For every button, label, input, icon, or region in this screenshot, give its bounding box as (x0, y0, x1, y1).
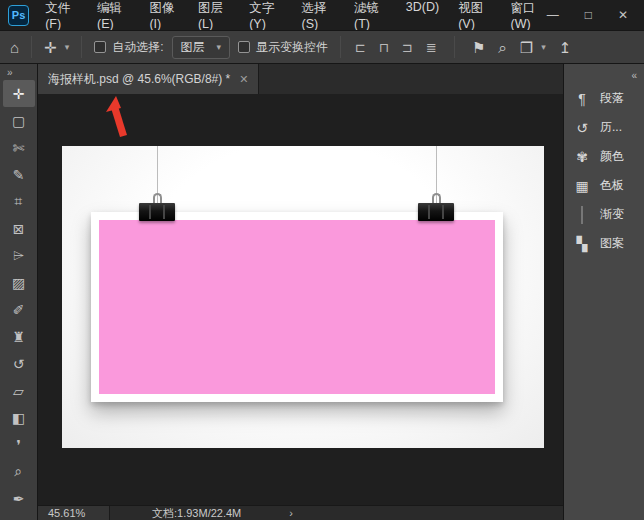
clip-loop (432, 193, 441, 203)
align-left-icon[interactable]: ⊏ (355, 40, 366, 55)
arrange-documents[interactable]: ❒ ▾ (520, 40, 546, 55)
clip-loop (153, 193, 162, 203)
brush-tool[interactable]: ✐ (3, 296, 35, 323)
menu-image[interactable]: 图像(I) (149, 0, 179, 31)
binder-clip-left (139, 193, 175, 221)
clip-body (418, 203, 454, 221)
align-center-icon[interactable]: ⊓ (379, 40, 389, 55)
menu-select[interactable]: 选择(S) (302, 0, 335, 31)
auto-select-option[interactable]: 自动选择: (94, 39, 163, 56)
close-icon[interactable]: ✕ (618, 9, 628, 21)
menu-filter[interactable]: 滤镜(T) (354, 0, 387, 31)
rectangular-marquee-tool[interactable]: ▢ (3, 107, 35, 134)
distribute-icon[interactable]: ≣ (426, 40, 437, 55)
clip-body (139, 203, 175, 221)
photoshop-window: Ps 文件(F) 编辑(E) 图像(I) 图层(L) 文字(Y) 选择(S) 滤… (0, 0, 644, 520)
blur-tool[interactable]: ❜ (3, 431, 35, 458)
share-icon[interactable]: ↥ (559, 40, 572, 55)
brush-icon: ✐ (13, 302, 25, 318)
separator (81, 36, 82, 58)
eyedropper-tool[interactable]: ⌲ (3, 242, 35, 269)
lasso-icon: ✄ (13, 140, 25, 156)
minimize-icon[interactable]: — (547, 9, 559, 21)
options-bar-right: ⊏ ⊓ ⊐ ≣ ⚑ ⌕ ❒ ▾ ↥ (355, 36, 571, 58)
menu-layer[interactable]: 图层(L) (198, 0, 230, 31)
eraser-icon: ▱ (13, 383, 24, 399)
tools-panel: » ✛ ▢ ✄ ✎ ⌗ ⊠ ⌲ ▨ ✐ ♜ ↺ ▱ ◧ ❜ ⌕ ✒ (0, 64, 38, 520)
maximize-icon[interactable]: □ (585, 9, 592, 21)
move-tool[interactable]: ✛ (3, 80, 35, 107)
color-icon: ✾ (573, 150, 591, 164)
document-size-info: 文档:1.93M/22.4M (152, 506, 241, 520)
poster-paper[interactable] (91, 212, 503, 402)
panel-paragraph[interactable]: ¶ 段落 (564, 84, 644, 113)
home-icon[interactable]: ⌂ (10, 40, 19, 55)
clone-stamp-tool[interactable]: ♜ (3, 323, 35, 350)
panel-swatches[interactable]: ▦ 色板 (564, 171, 644, 200)
menu-window[interactable]: 窗口(W) (511, 0, 547, 31)
document-tab[interactable]: 海报样机.psd @ 45.6%(RGB/8#) * ✕ (38, 64, 259, 94)
separator (340, 36, 341, 58)
status-chevron-icon[interactable]: › (289, 507, 293, 519)
history-brush-icon: ↺ (13, 356, 25, 372)
panel-label: 图案 (600, 235, 624, 252)
panel-gradients[interactable]: 渐变 (564, 200, 644, 229)
dropdown-value: 图层 (181, 39, 205, 56)
document-artboard[interactable] (62, 146, 544, 448)
dock-collapse-icon[interactable]: « (631, 70, 637, 81)
tools-expand-icon[interactable]: » (0, 67, 13, 80)
panel-label: 渐变 (600, 206, 624, 223)
healing-brush-tool[interactable]: ▨ (3, 269, 35, 296)
show-transform-checkbox[interactable] (238, 41, 250, 53)
chevron-down-icon: ▾ (217, 42, 222, 52)
pen-tool[interactable]: ✒ (3, 485, 35, 512)
menu-view[interactable]: 视图(V) (458, 0, 491, 31)
menu-bar: 文件(F) 编辑(E) 图像(I) 图层(L) 文字(Y) 选择(S) 滤镜(T… (45, 0, 547, 31)
move-tool-preset[interactable]: ✛ ▾ (44, 40, 69, 55)
frame-icon: ⊠ (13, 221, 25, 237)
panel-label: 颜色 (600, 148, 624, 165)
tab-close-icon[interactable]: ✕ (239, 73, 248, 86)
blur-icon: ❜ (16, 437, 21, 453)
menu-edit[interactable]: 编辑(E) (97, 0, 130, 31)
auto-select-checkbox[interactable] (94, 41, 106, 53)
swatches-icon: ▦ (573, 179, 591, 193)
auto-select-target-dropdown[interactable]: 图层 ▾ (172, 36, 231, 59)
chevron-down-icon: ▾ (65, 42, 70, 52)
paragraph-icon: ¶ (573, 92, 591, 106)
menu-file[interactable]: 文件(F) (45, 0, 78, 31)
panel-color[interactable]: ✾ 颜色 (564, 142, 644, 171)
poster-pink-artwork[interactable] (99, 220, 495, 394)
search-icon[interactable]: ⌕ (498, 40, 506, 55)
panel-patterns[interactable]: ▚ 图案 (564, 229, 644, 258)
crop-icon: ⌗ (15, 193, 23, 210)
dodge-tool[interactable]: ⌕ (3, 458, 35, 485)
zoom-level-field[interactable]: 45.61% (38, 506, 110, 520)
photoshop-logo-icon: Ps (8, 5, 29, 26)
eraser-tool[interactable]: ▱ (3, 377, 35, 404)
lasso-tool[interactable]: ✄ (3, 134, 35, 161)
align-right-icon[interactable]: ⊐ (402, 40, 413, 55)
quick-selection-tool[interactable]: ✎ (3, 161, 35, 188)
gradient-swatch-icon (573, 208, 591, 222)
show-transform-option[interactable]: 显示变换控件 (238, 39, 328, 56)
window-controls: — □ ✕ (547, 9, 634, 21)
flag-icon[interactable]: ⚑ (472, 40, 485, 55)
panel-label: 段落 (600, 90, 624, 107)
gradient-tool[interactable]: ◧ (3, 404, 35, 431)
menu-type[interactable]: 文字(Y) (249, 0, 282, 31)
history-icon: ↺ (573, 121, 591, 135)
frame-tool[interactable]: ⊠ (3, 215, 35, 242)
history-brush-tool[interactable]: ↺ (3, 350, 35, 377)
healing-brush-icon: ▨ (12, 275, 25, 291)
auto-select-label: 自动选择: (112, 39, 163, 56)
gradient-icon: ◧ (12, 410, 25, 426)
eyedropper-icon: ⌲ (13, 247, 24, 264)
panel-history[interactable]: ↺ 历... (564, 113, 644, 142)
pen-icon: ✒ (13, 491, 25, 507)
crop-tool[interactable]: ⌗ (3, 188, 35, 215)
quick-selection-icon: ✎ (13, 167, 25, 183)
document-tab-bar: 海报样机.psd @ 45.6%(RGB/8#) * ✕ (38, 64, 563, 94)
canvas-area[interactable] (38, 94, 563, 505)
menu-3d[interactable]: 3D(D) (406, 0, 439, 31)
